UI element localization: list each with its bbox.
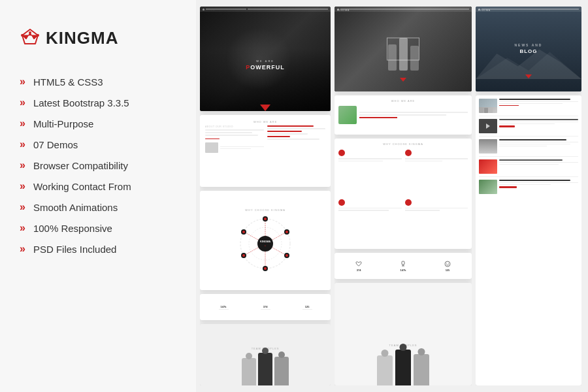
feature-text-4: 07 Demos [33, 139, 78, 150]
blog-text-4 [499, 159, 578, 165]
svg-point-13 [286, 231, 288, 233]
screenshot-col-right: KINGMA NEWS AND BLOG [476, 7, 581, 385]
about-label: WHO WE ARE [205, 120, 325, 123]
top-bar-1 [200, 7, 331, 12]
feature-browser: » Browser Compatibility [20, 159, 176, 171]
feature-text-7: Smooth Animations [33, 202, 118, 213]
blog-item-3 [479, 139, 578, 154]
blog-image-2 [479, 119, 497, 133]
chevron-icon-1: » [20, 76, 25, 88]
top-bar-dot-2 [337, 8, 339, 10]
svg-point-3 [37, 34, 39, 37]
feature-text-1: HTML5 & CSS3 [33, 76, 103, 88]
screenshot-col-mid: KINGMA WHO WE ARE [335, 7, 472, 385]
svg-point-17 [264, 267, 267, 270]
mockup-hero-text: WE ARE POWERFUL [246, 59, 285, 72]
divider-2 [479, 136, 578, 137]
top-bar-dot [203, 8, 204, 10]
top-bar-line-2 [248, 8, 328, 10]
divider-3 [479, 156, 578, 157]
why-item-1 [338, 150, 401, 196]
blog-item-4 [479, 159, 578, 174]
feature-demos: » 07 Demos [20, 139, 176, 150]
blog-image-5 [479, 180, 497, 194]
feature-text-5: Browser Compatibility [33, 160, 128, 171]
svg-line-26 [246, 248, 258, 254]
feature-html5: » HTML5 & CSS3 [20, 76, 176, 88]
right-panel: KINGMA WE ARE POWERFUL WHO WE ARE About … [196, 0, 588, 392]
mockup-team-mid: TEAM PEOPLES [335, 283, 472, 385]
mockup-team-bottom: TEAM PEOPLES [200, 324, 331, 385]
stat-mid-3: 125 [444, 261, 451, 272]
mockup-kingma-label-3: KINGMA [478, 8, 491, 12]
blog-item-2 [479, 119, 578, 133]
feature-responsive: » 100% Responsive [20, 222, 176, 234]
top-bar-2 [335, 7, 472, 12]
svg-text:●: ● [265, 244, 266, 247]
svg-text:KINGMA: KINGMA [260, 240, 270, 243]
mockup-stats-mid: 374 147k 125 [335, 253, 472, 279]
svg-point-15 [286, 254, 288, 257]
brand-name: KINGMA [46, 28, 118, 48]
top-bar-3 [476, 7, 581, 12]
stat-item-3: 125 [302, 305, 312, 310]
feature-multipurpose: » Multi-Purpose [20, 118, 176, 129]
feature-animations: » Smooth Animations [20, 201, 176, 213]
stat-item-2: 374 [261, 305, 270, 310]
feature-bootstrap: » Latest Bootstrap 3.3.5 [20, 97, 176, 108]
svg-point-2 [21, 34, 24, 37]
snow-arrow [525, 74, 532, 78]
blog-item-1 [479, 99, 578, 113]
blog-image-4 [479, 159, 497, 174]
circle-diagram: KINGMA ● [236, 214, 295, 273]
fashion-border [387, 38, 419, 61]
chevron-icon-4: » [20, 139, 25, 150]
mockup-diagram: WHY CHOOSE KINGMA KINGMA ● [200, 191, 331, 291]
feature-psd: » PSD Files Included [20, 243, 176, 255]
stat-num-2: 374 [263, 305, 268, 308]
mockup-about-mid: WHO WE ARE [335, 95, 472, 135]
chevron-icon-5: » [20, 159, 25, 171]
feature-text-8: 100% Responsive [33, 223, 112, 234]
svg-point-32 [446, 263, 447, 263]
blog-text-3 [499, 139, 578, 146]
feature-text-6: Working Contact From [33, 181, 131, 192]
divider-4 [479, 176, 578, 177]
features-list: » HTML5 & CSS3 » Latest Bootstrap 3.3.5 … [20, 76, 176, 255]
why-item-2 [405, 150, 468, 196]
mockup-about: WHO WE ARE About Our Studio [200, 115, 331, 187]
svg-point-19 [242, 254, 245, 257]
feature-contact: » Working Contact From [20, 180, 176, 192]
fashion-arrow [400, 78, 406, 82]
screenshot-col-left: KINGMA WE ARE POWERFUL WHO WE ARE About … [200, 7, 331, 385]
svg-line-24 [272, 248, 284, 254]
stat-mid-1: 374 [355, 261, 362, 272]
chevron-icon-6: » [20, 180, 25, 192]
stat-num-3: 125 [305, 305, 310, 308]
svg-point-11 [264, 218, 267, 220]
why-item-3 [338, 199, 401, 246]
svg-point-4 [29, 31, 31, 34]
svg-point-33 [448, 263, 449, 263]
chevron-icon-8: » [20, 222, 25, 234]
crown-icon [20, 26, 41, 50]
mockup-stats: 147k 374 125 [200, 294, 331, 320]
feature-text-2: Latest Bootstrap 3.3.5 [33, 97, 129, 108]
stat-num-1: 147k [221, 305, 227, 308]
trophy-icon [400, 261, 406, 267]
svg-point-7 [257, 236, 273, 252]
feature-text-3: Multi-Purpose [33, 118, 94, 129]
why-item-4 [405, 199, 468, 246]
smile-icon [444, 261, 451, 267]
top-bar-line [206, 8, 246, 10]
svg-rect-28 [402, 261, 404, 265]
mockup-fashion: KINGMA [335, 7, 472, 91]
chevron-icon-2: » [20, 97, 25, 108]
svg-point-31 [445, 261, 450, 267]
blog-text-2 [499, 119, 578, 127]
top-bar-line-4 [482, 8, 579, 10]
mockup-why: WHY CHOOSE KINGMA [335, 139, 472, 249]
stat-mid-2: 147k [400, 261, 406, 272]
chevron-icon-7: » [20, 201, 25, 213]
mockup-snow-text: NEWS AND BLOG [514, 43, 542, 55]
